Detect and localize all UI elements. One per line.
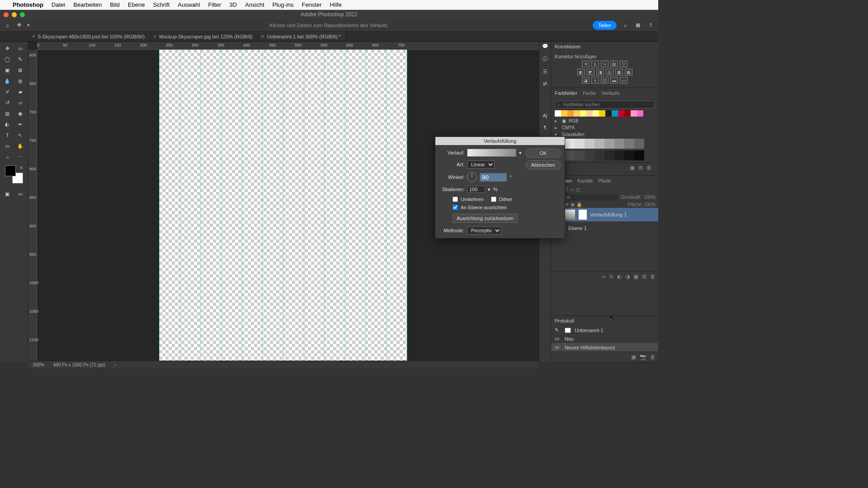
layer-name[interactable]: Verlaufsfüllung 1 [590, 212, 627, 217]
eyedropper-tool-icon[interactable]: 💧 [1, 76, 14, 86]
swatch[interactable] [586, 110, 593, 117]
move-tool-icon[interactable]: ✥ [1, 43, 14, 53]
new-swatch-icon[interactable]: ⊞ [638, 164, 643, 171]
lock-position-icon[interactable]: ✥ [565, 202, 569, 207]
method-select[interactable]: Perzeptiv [467, 226, 501, 235]
menu-3d[interactable]: 3D [229, 1, 237, 8]
threshold-adj-icon[interactable]: ◫ [601, 77, 609, 84]
adjustments-tab[interactable]: Korrekturen [555, 44, 580, 49]
close-tab-icon[interactable]: × [153, 33, 156, 40]
menu-type[interactable]: Schrift [153, 1, 170, 8]
dither-checkbox[interactable]: Dither [491, 197, 512, 202]
new-snapshot-icon[interactable]: 📷 [640, 354, 646, 360]
colorbal-adj-icon[interactable]: ◩ [587, 69, 594, 75]
shape-tool-icon[interactable]: ▭ [1, 141, 14, 151]
chevron-down-icon[interactable]: ▾ [488, 187, 491, 192]
zoom-level[interactable]: 300% [33, 362, 44, 367]
ruler-vertical[interactable]: 600650700750800850900950100010501100 [28, 50, 37, 362]
zoom-tool-icon[interactable]: ⌕ [1, 152, 14, 162]
crop-tool-icon[interactable]: ▣ [1, 65, 14, 75]
swatch[interactable] [567, 110, 574, 117]
swatch[interactable] [618, 110, 624, 117]
menu-help[interactable]: Hilfe [330, 1, 342, 8]
gradient-type-select[interactable]: Linear [467, 160, 495, 169]
bw-adj-icon[interactable]: ◨ [596, 69, 604, 75]
new-doc-from-state-icon[interactable]: ▣ [631, 354, 636, 360]
exposure-adj-icon[interactable]: ▤ [610, 61, 618, 67]
eraser-tool-icon[interactable]: ▱ [14, 98, 27, 108]
swatch[interactable] [634, 139, 644, 149]
channels-tab[interactable]: Kanäle [577, 178, 593, 183]
history-snapshot[interactable]: ✎ Unbenannt-1 [551, 326, 658, 334]
swatch[interactable] [574, 110, 580, 117]
heal-tool-icon[interactable]: ◍ [14, 76, 27, 86]
fill-value[interactable]: 100% [644, 202, 656, 207]
gradient-preview[interactable] [467, 149, 516, 157]
swatch[interactable] [624, 139, 634, 149]
doc-tab[interactable]: ×Unbenannt-1 bei 300% (RGB/8) * [259, 32, 347, 41]
selective-color-adj-icon[interactable]: ▭ [620, 77, 627, 84]
hand-tool-icon[interactable]: ✋ [14, 141, 27, 151]
menu-plugins[interactable]: Plug-ins [273, 1, 294, 8]
history-item[interactable]: ▭ Neues Hilfslinienlayout [551, 343, 658, 352]
frame-tool-icon[interactable]: ⊠ [14, 65, 27, 75]
gradient-map-adj-icon[interactable]: ▬ [610, 77, 618, 84]
channel-mixer-adj-icon[interactable]: ▦ [615, 69, 623, 75]
opacity-value[interactable]: 100% [644, 195, 656, 200]
properties-panel-icon[interactable]: ☰ [543, 69, 547, 75]
doc-tab[interactable]: ×Mockup-Skyscraper.jpg bei 120% (RGB/8) [151, 32, 259, 41]
swatch[interactable] [575, 139, 585, 149]
ruler-horizontal[interactable]: 0501001502002503003504004505005506006507… [37, 42, 539, 50]
mac-menu-bar[interactable]: Photoshop Datei Bearbeiten Bild Ebene Sc… [0, 0, 658, 10]
swatches-tab[interactable]: Farbfelder [555, 90, 577, 96]
lock-artboard-icon[interactable]: ▣ [571, 202, 575, 207]
quick-select-tool-icon[interactable]: ✎ [14, 54, 27, 64]
swatch-group-label[interactable]: CMYK [562, 125, 575, 130]
info-panel-icon[interactable]: ⓘ [542, 56, 547, 62]
doc-dimensions[interactable]: 480 Px x 1800 Px (72 ppi) [53, 362, 105, 367]
adjustment-layer-icon[interactable]: ◑ [625, 273, 630, 280]
color-tab[interactable]: Farbe [583, 90, 596, 96]
posterize-adj-icon[interactable]: ≡ [591, 77, 599, 84]
pen-tool-icon[interactable]: ✒ [14, 119, 27, 129]
folder-icon[interactable]: ▣ [630, 164, 635, 171]
menu-edit[interactable]: Bearbeiten [73, 1, 102, 8]
type-tool-icon[interactable]: T [1, 130, 14, 140]
swatch[interactable] [565, 139, 575, 149]
close-tab-icon[interactable]: × [261, 33, 264, 40]
invert-adj-icon[interactable]: ◪ [582, 77, 590, 84]
menu-app[interactable]: Photoshop [13, 1, 43, 8]
swatch[interactable] [604, 139, 614, 149]
swatch[interactable] [637, 110, 643, 117]
swatch[interactable] [594, 139, 604, 149]
menu-layer[interactable]: Ebene [128, 1, 145, 8]
path-select-tool-icon[interactable]: ↖ [14, 130, 27, 140]
swatch-group-label[interactable]: RGB [569, 118, 579, 123]
reset-alignment-button[interactable]: Ausrichtung zurücksetzen [453, 214, 518, 223]
swatch[interactable] [624, 150, 634, 160]
curves-adj-icon[interactable]: ∿ [601, 61, 609, 67]
swatch[interactable] [612, 110, 618, 117]
stamp-tool-icon[interactable]: ▰ [14, 87, 27, 97]
new-layer-icon[interactable]: ⊞ [642, 273, 646, 280]
swatch[interactable] [624, 110, 631, 117]
swatch[interactable] [561, 110, 567, 117]
history-tab[interactable]: Protokoll [555, 318, 574, 324]
chevron-right-icon[interactable]: › [114, 362, 116, 367]
chevron-right-icon[interactable]: ▸ [555, 125, 559, 130]
swatch[interactable] [599, 110, 605, 117]
close-tab-icon[interactable]: × [32, 33, 35, 40]
trash-icon[interactable]: 🗑 [650, 273, 656, 280]
layer-row[interactable]: 👁 Ebene 1 [551, 221, 658, 235]
swatch[interactable] [631, 110, 637, 117]
color-picker[interactable]: ⤭ [5, 165, 23, 183]
shape-filter-icon[interactable]: ▭ [570, 187, 574, 192]
blur-tool-icon[interactable]: ◉ [14, 108, 27, 118]
swatch-group-label[interactable]: Graustufen [562, 132, 584, 137]
gradient-tool-icon[interactable]: ▥ [1, 108, 14, 118]
reverse-checkbox[interactable]: Umkehren [453, 197, 484, 202]
swatch[interactable] [585, 139, 594, 149]
paragraph-panel-icon[interactable]: ¶ [544, 125, 547, 130]
swatch[interactable] [614, 150, 624, 160]
character-panel-icon[interactable]: A| [542, 113, 547, 118]
